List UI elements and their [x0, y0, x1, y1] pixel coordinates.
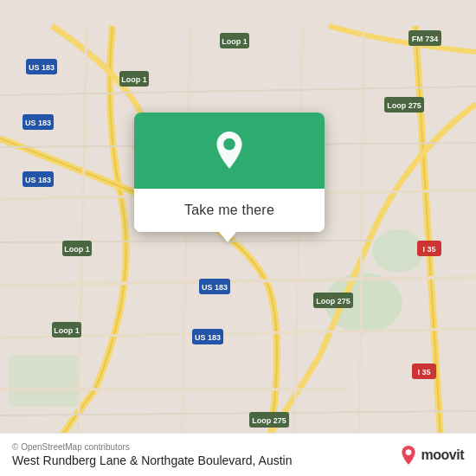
svg-text:Loop 275: Loop 275	[252, 416, 286, 425]
moovit-brand-text: moovit	[421, 447, 464, 463]
svg-point-49	[405, 449, 411, 455]
svg-text:Loop 1: Loop 1	[222, 37, 248, 46]
moovit-pin-icon	[399, 446, 418, 465]
svg-text:US 183: US 183	[25, 176, 51, 184]
svg-point-2	[372, 229, 424, 273]
map-container: Loop 1 FM 734 US 183 Loop 1 US 183 Loop …	[0, 0, 476, 476]
svg-text:Loop 1: Loop 1	[54, 326, 80, 335]
popup-card: Take me there	[134, 113, 325, 232]
svg-text:US 183: US 183	[202, 283, 228, 292]
bottom-bar: © OpenStreetMap contributors West Rundbe…	[0, 433, 476, 476]
svg-text:US 183: US 183	[25, 119, 51, 127]
svg-text:I 35: I 35	[417, 368, 430, 376]
take-me-there-button[interactable]: Take me there	[134, 189, 325, 232]
svg-text:US 183: US 183	[195, 333, 221, 342]
popup-pointer	[219, 232, 236, 242]
map-background: Loop 1 FM 734 US 183 Loop 1 US 183 Loop …	[0, 0, 476, 476]
copyright-text: © OpenStreetMap contributors	[12, 442, 293, 452]
svg-text:Loop 275: Loop 275	[316, 297, 351, 306]
svg-text:I 35: I 35	[422, 245, 435, 254]
svg-text:US 183: US 183	[29, 63, 55, 72]
bottom-left: © OpenStreetMap contributors West Rundbe…	[12, 442, 293, 467]
svg-point-48	[223, 138, 235, 151]
svg-text:FM 734: FM 734	[412, 35, 439, 43]
svg-text:Loop 1: Loop 1	[64, 245, 90, 254]
svg-rect-3	[9, 355, 78, 407]
location-text: West Rundberg Lane & Northgate Boulevard…	[12, 453, 293, 467]
location-pin-icon	[209, 132, 250, 173]
svg-text:Loop 1: Loop 1	[121, 75, 147, 84]
popup-header	[134, 113, 325, 189]
moovit-logo: moovit	[399, 446, 464, 465]
svg-text:Loop 275: Loop 275	[387, 101, 421, 110]
